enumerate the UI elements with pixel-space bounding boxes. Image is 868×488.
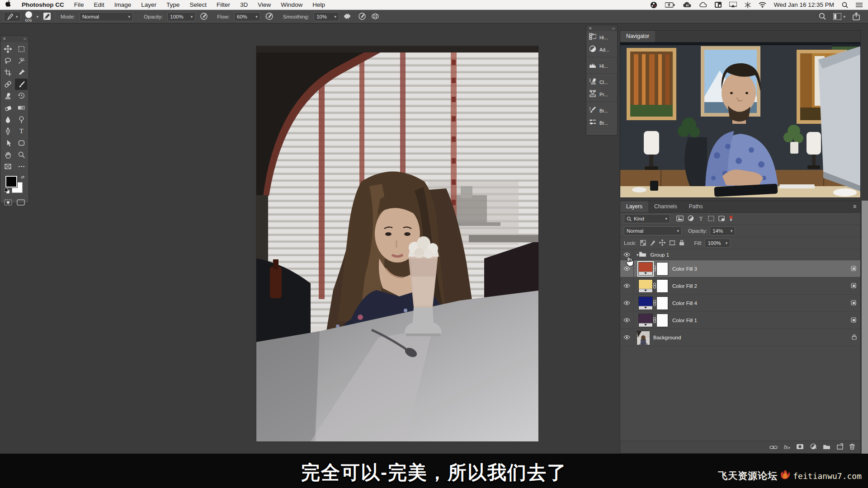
tab-paths[interactable]: Paths bbox=[683, 201, 709, 212]
cloud-paused-icon[interactable] bbox=[683, 2, 692, 8]
opacity-select[interactable]: 100%▾ bbox=[167, 12, 195, 21]
parallels-icon[interactable] bbox=[715, 2, 722, 8]
dodge-tool[interactable] bbox=[15, 114, 28, 125]
background-layer-thumbnail[interactable] bbox=[637, 331, 649, 344]
menu-file[interactable]: File bbox=[74, 1, 84, 8]
foreground-color-chip[interactable] bbox=[5, 176, 17, 188]
move-tool[interactable] bbox=[1, 43, 14, 55]
delete-layer-icon[interactable] bbox=[849, 443, 855, 451]
lock-pixels-icon[interactable] bbox=[650, 240, 656, 247]
lasso-tool[interactable] bbox=[1, 55, 14, 66]
workspace-switcher[interactable]: ▾ bbox=[833, 13, 845, 20]
pressure-size-button[interactable] bbox=[358, 12, 366, 21]
panel-button-adjustments[interactable]: Ad... bbox=[586, 43, 617, 56]
panel-button-brush-settings[interactable]: Br... bbox=[586, 104, 617, 117]
menu-window[interactable]: Window bbox=[281, 1, 302, 8]
new-adjustment-layer-icon[interactable]: ▾ bbox=[810, 443, 816, 451]
add-mask-icon[interactable] bbox=[796, 443, 804, 451]
wifi-icon[interactable] bbox=[759, 2, 766, 8]
spotlight-icon[interactable] bbox=[842, 2, 848, 8]
clone-stamp-tool[interactable] bbox=[1, 90, 14, 102]
blend-mode-select[interactable]: Normal▾ bbox=[624, 226, 682, 235]
panel-button-clone-source[interactable]: Cl... bbox=[586, 76, 617, 88]
layer-mask-thumbnail[interactable] bbox=[656, 314, 668, 327]
blur-tool[interactable] bbox=[1, 114, 14, 125]
layer-row-color-fill-1[interactable]: Color Fill 1 bbox=[620, 312, 860, 329]
lock-all-icon[interactable] bbox=[679, 239, 684, 247]
tab-layers[interactable]: Layers bbox=[620, 201, 648, 212]
swap-colors-icon[interactable]: ⇄ bbox=[21, 175, 24, 179]
instructor-video[interactable] bbox=[620, 42, 861, 198]
menu-type[interactable]: Type bbox=[166, 1, 179, 8]
menu-app-name[interactable]: Photoshop CC bbox=[22, 1, 64, 8]
airplay-icon[interactable] bbox=[729, 2, 737, 8]
filter-adjustment-layers-icon[interactable] bbox=[688, 215, 694, 222]
pen-tool[interactable] bbox=[1, 126, 14, 137]
smoothing-options-gear-icon[interactable] bbox=[344, 13, 351, 21]
mask-link-icon[interactable] bbox=[653, 317, 656, 324]
default-colors-icon[interactable] bbox=[5, 188, 10, 196]
panel-button-history[interactable]: Hi... bbox=[586, 31, 617, 43]
filter-type-layers-icon[interactable]: T bbox=[698, 216, 704, 222]
menu-select[interactable]: Select bbox=[189, 1, 207, 8]
mask-link-icon[interactable] bbox=[653, 300, 656, 307]
canvas-image[interactable] bbox=[256, 46, 538, 441]
menu-view[interactable]: View bbox=[258, 1, 271, 8]
tab-navigator[interactable]: Navigator bbox=[620, 31, 655, 42]
visibility-eye-icon[interactable] bbox=[620, 277, 634, 294]
layer-opacity-select[interactable]: 14%▾ bbox=[710, 226, 735, 235]
filter-shape-layers-icon[interactable] bbox=[708, 216, 714, 222]
hand-tool[interactable] bbox=[1, 149, 14, 160]
brush-preset-chevron[interactable]: ▾ bbox=[37, 14, 39, 19]
visibility-eye-icon[interactable] bbox=[620, 329, 634, 346]
flow-select[interactable]: 60%▾ bbox=[234, 12, 260, 21]
menu-filter[interactable]: Filter bbox=[217, 1, 230, 8]
lock-position-icon[interactable] bbox=[659, 239, 665, 247]
link-layers-icon[interactable] bbox=[769, 443, 778, 451]
mask-link-icon[interactable] bbox=[653, 265, 656, 272]
tab-channels[interactable]: Channels bbox=[648, 201, 683, 212]
filter-smart-objects-icon[interactable] bbox=[718, 216, 725, 222]
menu-3d[interactable]: 3D bbox=[240, 1, 248, 8]
gradient-tool[interactable] bbox=[15, 102, 28, 113]
filter-kind-select[interactable]: Kind ▾ bbox=[624, 214, 670, 223]
notification-center-icon[interactable] bbox=[856, 2, 863, 8]
edit-toolbar-button[interactable] bbox=[15, 161, 28, 172]
apple-menu-icon[interactable] bbox=[5, 0, 12, 9]
new-layer-icon[interactable] bbox=[837, 443, 843, 451]
zoom-tool[interactable] bbox=[15, 149, 28, 160]
type-tool[interactable]: T bbox=[15, 126, 28, 137]
layer-mask-thumbnail[interactable] bbox=[656, 296, 668, 310]
dock-close-icon[interactable]: ✕ bbox=[589, 26, 592, 31]
eraser-tool[interactable] bbox=[1, 102, 14, 113]
layer-row-color-fill-4[interactable]: Color Fill 4 bbox=[620, 295, 860, 312]
filter-toggle-icon[interactable] bbox=[729, 216, 733, 222]
menu-layer[interactable]: Layer bbox=[141, 1, 156, 8]
screen-mode-button[interactable] bbox=[17, 199, 25, 207]
layer-row-background[interactable]: Background bbox=[620, 329, 860, 346]
lock-artboard-icon[interactable] bbox=[669, 240, 675, 247]
toggle-brush-settings-button[interactable] bbox=[43, 12, 51, 21]
visibility-eye-icon[interactable] bbox=[620, 295, 634, 311]
menu-clock[interactable]: Wed Jan 16 12:35 PM bbox=[774, 1, 834, 8]
layer-row-group[interactable]: ▾ Group 1 bbox=[620, 249, 860, 260]
menu-image[interactable]: Image bbox=[114, 1, 132, 8]
toolbar-collapse-icon[interactable]: ‹‹ bbox=[24, 37, 26, 41]
obs-icon[interactable] bbox=[650, 1, 657, 9]
creative-cloud-icon[interactable] bbox=[699, 2, 707, 8]
panel-menu-icon[interactable]: ≡ bbox=[849, 201, 860, 212]
brush-tool[interactable] bbox=[15, 79, 28, 90]
new-group-icon[interactable] bbox=[823, 443, 830, 451]
history-brush-tool[interactable] bbox=[15, 90, 28, 102]
lock-transparency-icon[interactable] bbox=[640, 240, 646, 247]
fill-select[interactable]: 100%▾ bbox=[705, 239, 730, 248]
eyedropper-tool[interactable] bbox=[15, 67, 28, 78]
share-icon[interactable] bbox=[853, 12, 860, 21]
toolbar-close-icon[interactable]: ✕ bbox=[3, 37, 6, 41]
fill-layer-thumbnail[interactable] bbox=[638, 314, 653, 327]
menu-help[interactable]: Help bbox=[312, 1, 325, 8]
visibility-eye-icon[interactable] bbox=[620, 312, 634, 328]
mode-select[interactable]: Normal▾ bbox=[80, 12, 133, 21]
airbrush-button[interactable] bbox=[265, 12, 274, 21]
magic-wand-tool[interactable] bbox=[15, 55, 28, 66]
